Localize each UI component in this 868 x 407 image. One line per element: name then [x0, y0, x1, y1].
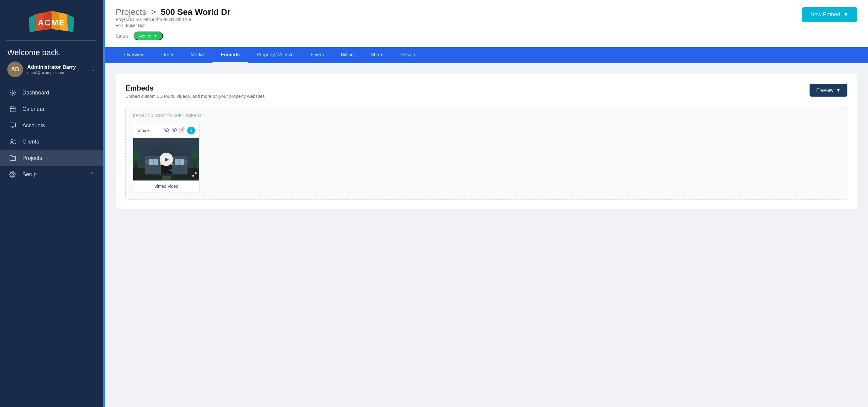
sidebar-item-dashboard[interactable]: Dashboard: [0, 85, 103, 101]
nav-items: Dashboard Calendar Accounts Clients Proj…: [0, 82, 103, 407]
drop-zone: DRAG AND DROP TO SORT EMBEDS Vimeo: [125, 106, 847, 199]
sidebar-item-accounts[interactable]: Accounts: [0, 117, 103, 133]
tab-flyers[interactable]: Flyers: [302, 47, 333, 63]
status-label: Status:: [116, 33, 130, 38]
project-for: For: Broker Bob: [116, 23, 230, 28]
tab-assign[interactable]: Assign: [392, 47, 424, 63]
svg-point-18: [12, 174, 13, 175]
new-embed-button[interactable]: New Embed ▼: [802, 7, 857, 22]
acme-logo: ACME: [27, 8, 76, 34]
hide-icon[interactable]: [163, 127, 169, 134]
tab-embeds[interactable]: Embeds: [212, 47, 248, 63]
header-top: Projects > 500 Sea World Dr Project ID:6…: [116, 7, 857, 45]
tab-media[interactable]: Media: [182, 47, 213, 63]
sidebar-item-clients[interactable]: Clients: [0, 133, 103, 150]
embed-actions: 1: [163, 127, 195, 134]
preview-button[interactable]: Preview ▼: [810, 84, 847, 97]
sidebar-item-setup[interactable]: Setup ⌃: [0, 166, 103, 183]
preview-chevron-icon: ▼: [836, 88, 841, 93]
user-chevron-icon: ⌄: [91, 66, 96, 73]
svg-point-8: [12, 92, 13, 94]
sidebar-item-projects[interactable]: Projects: [0, 150, 103, 166]
svg-rect-36: [162, 176, 171, 181]
breadcrumb-separator: >: [151, 7, 156, 17]
embed-card-header: Vimeo: [133, 123, 199, 138]
breadcrumb: Projects > 500 Sea World Dr: [116, 7, 230, 17]
user-info[interactable]: AB Administrator Barry email@example.com…: [0, 58, 103, 82]
clients-label: Clients: [23, 139, 94, 145]
main-content: Projects > 500 Sea World Dr Project ID:6…: [105, 0, 868, 407]
avatar: AB: [7, 61, 23, 77]
header-left: Projects > 500 Sea World Dr Project ID:6…: [116, 7, 230, 45]
play-button[interactable]: ▶: [160, 153, 173, 166]
calendar-label: Calendar: [23, 106, 94, 112]
setup-label: Setup: [23, 171, 85, 178]
svg-point-27: [170, 169, 172, 171]
embed-card-title: Vimeo Video: [154, 184, 178, 189]
breadcrumb-projects-link[interactable]: Projects: [116, 7, 146, 17]
tab-billing[interactable]: Billing: [332, 47, 362, 63]
embed-badge: 1: [187, 127, 195, 134]
user-name: Administrator Barry: [27, 64, 87, 70]
sidebar: ACME Welcome back, AB Administrator Barr…: [0, 0, 103, 407]
embed-card: Vimeo: [133, 123, 199, 192]
section-title-group: Embeds Embed custom 3D tours, videos, an…: [125, 84, 265, 99]
projects-label: Projects: [23, 155, 94, 161]
section-title: Embeds: [125, 84, 265, 92]
section-header: Embeds Embed custom 3D tours, videos, an…: [125, 84, 847, 99]
projects-icon: [8, 155, 17, 161]
svg-rect-34: [159, 174, 174, 175]
edit-icon[interactable]: [179, 127, 185, 134]
embed-card-footer: Vimeo Video: [133, 181, 199, 192]
accounts-icon: [8, 122, 17, 129]
dashboard-label: Dashboard: [23, 90, 94, 96]
embeds-section: Embeds Embed custom 3D tours, videos, an…: [116, 74, 857, 209]
dashboard-icon: [8, 89, 17, 96]
status-chevron-icon: ▼: [153, 33, 158, 38]
section-subtitle: Embed custom 3D tours, videos, and more …: [125, 94, 265, 99]
new-embed-chevron-icon: ▼: [843, 11, 848, 18]
status-row: Status: Active ▼: [116, 31, 230, 40]
user-details: Administrator Barry email@example.com: [27, 64, 87, 75]
user-email: email@example.com: [27, 70, 87, 75]
calendar-icon: [8, 106, 17, 112]
svg-line-47: [195, 173, 196, 174]
project-id: Project ID:61044b1e8f724600134b876e: [116, 17, 230, 22]
sidebar-item-calendar[interactable]: Calendar: [0, 101, 103, 117]
setup-icon: [8, 171, 17, 178]
svg-rect-41: [135, 162, 137, 168]
embed-type: Vimeo: [137, 128, 150, 133]
play-icon: ▶: [165, 156, 169, 163]
svg-point-20: [174, 129, 175, 131]
svg-rect-9: [10, 107, 16, 112]
fullscreen-icon[interactable]: [192, 172, 197, 178]
svg-rect-13: [10, 123, 16, 127]
svg-line-48: [193, 175, 194, 176]
sidebar-logo: ACME: [0, 0, 103, 40]
welcome-text: Welcome back,: [0, 45, 103, 58]
drop-label: DRAG AND DROP TO SORT EMBEDS: [133, 114, 840, 118]
svg-rect-44: [193, 163, 195, 168]
page-content: Embeds Embed custom 3D tours, videos, an…: [105, 63, 868, 407]
status-value: Active: [139, 33, 151, 38]
new-embed-label: New Embed: [810, 11, 840, 18]
svg-point-16: [11, 139, 13, 142]
tab-property-website[interactable]: Property Website: [248, 47, 302, 63]
setup-chevron-icon: ⌃: [90, 171, 94, 178]
page-header: Projects > 500 Sea World Dr Project ID:6…: [105, 0, 868, 47]
accounts-label: Accounts: [23, 122, 94, 129]
tab-overview[interactable]: Overview: [116, 47, 153, 63]
tab-share[interactable]: Share: [362, 47, 392, 63]
svg-point-37: [145, 160, 152, 164]
svg-point-17: [14, 140, 16, 141]
preview-label: Preview: [816, 88, 834, 93]
svg-rect-35: [157, 175, 175, 176]
tab-order[interactable]: Order: [153, 47, 182, 63]
embed-thumbnail[interactable]: ▶: [133, 138, 199, 181]
tabs-bar: Overview Order Media Embeds Property Web…: [105, 47, 868, 63]
view-icon[interactable]: [172, 127, 177, 134]
clients-icon: [8, 138, 17, 145]
svg-point-38: [180, 160, 187, 164]
status-badge[interactable]: Active ▼: [133, 31, 163, 40]
project-title: 500 Sea World Dr: [161, 7, 230, 17]
